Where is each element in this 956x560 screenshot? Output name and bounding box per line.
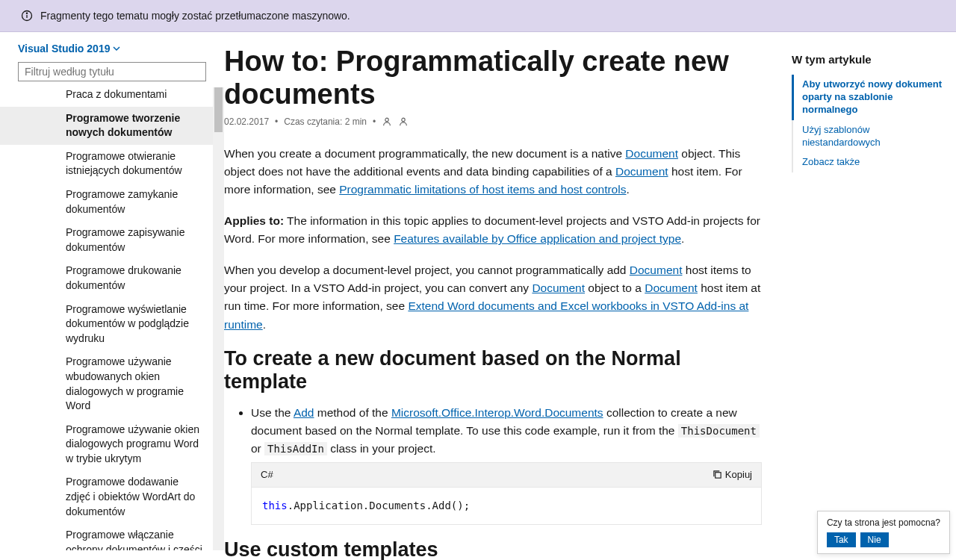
toc-item[interactable]: Aby utworzyć nowy dokument oparty na sza… [792,75,944,120]
scrollbar-thumb[interactable] [214,87,223,132]
sidebar-item[interactable]: Programowe drukowanie dokumentów [0,259,213,297]
code-inline: ThisAddIn [264,442,327,455]
code-content: this.Application.Documents.Add(); [252,488,761,525]
machine-translation-banner: Fragmenty tego tematu mogły zostać przet… [0,0,956,32]
feedback-no-button[interactable]: Nie [860,532,889,547]
sidebar-item[interactable]: Programowe tworzenie nowych dokumentów [0,107,213,145]
svg-point-3 [385,119,388,122]
link-document[interactable]: Document [615,165,668,178]
sidebar-item[interactable]: Programowe włączanie ochrony dokumentów … [0,523,213,550]
article-main: How to: Programmatically create new docu… [224,32,762,560]
in-this-article: W tym artykule Aby utworzyć nowy dokumen… [792,32,956,560]
filter-input[interactable] [18,62,206,81]
section-heading: Use custom templates [224,538,762,560]
toc-item[interactable]: Zobacz także [793,152,944,172]
read-time: Czas czytania: 2 min [284,116,367,127]
toc-title: W tym artykule [792,53,944,66]
paragraph: When you create a document programmatica… [224,145,762,199]
link-features[interactable]: Features available by Office application… [394,232,681,245]
link-document[interactable]: Document [532,281,585,294]
nav-tree: Praca z dokumentamiProgramowe tworzenie … [0,87,224,550]
sidebar-item[interactable]: Programowe używanie okien dialogowych pr… [0,418,213,471]
banner-text: Fragmenty tego tematu mogły zostać przet… [40,10,350,22]
svg-rect-5 [716,473,721,478]
code-block: C# Kopiuj this.Application.Documents.Add… [251,462,762,526]
toc-link[interactable]: Aby utworzyć nowy dokument oparty na sza… [802,78,942,115]
link-add[interactable]: Add [294,406,314,419]
sidebar-item[interactable]: Programowe zamykanie dokumentów [0,183,213,221]
sidebar-item[interactable]: Programowe otwieranie istniejących dokum… [0,145,213,183]
code-lang: C# [261,467,273,482]
sidebar-item[interactable]: Programowe wyświetlanie dokumentów w pod… [0,298,213,351]
feedback-question: Czy ta strona jest pomocna? [827,517,940,528]
link-document[interactable]: Document [645,281,698,294]
svg-point-2 [26,13,27,13]
list-item: Use the Add method of the Microsoft.Offi… [251,404,762,526]
sidebar: Visual Studio 2019 Praca z dokumentamiPr… [0,32,224,560]
chevron-down-icon [113,45,120,52]
info-icon [21,10,33,22]
article-date: 02.02.2017 [224,116,269,127]
code-inline: ThisDocument [678,424,760,438]
svg-point-4 [402,119,405,122]
sidebar-item[interactable]: Programowe zapisywanie dokumentów [0,221,213,259]
toc-link[interactable]: Zobacz także [802,156,860,167]
scrollbar-track[interactable] [213,87,224,550]
toc-item[interactable]: Użyj szablonów niestandardowych [793,120,944,153]
link-document[interactable]: Document [625,147,678,160]
sidebar-item[interactable]: Programowe dodawanie zdjęć i obiektów Wo… [0,470,213,523]
contributor-icon [382,116,392,127]
version-selector[interactable]: Visual Studio 2019 [18,43,120,55]
copy-button[interactable]: Kopiuj [713,467,752,482]
page-title: How to: Programmatically create new docu… [224,46,762,111]
sidebar-item[interactable]: Programowe używanie wbudowanych okien di… [0,350,213,417]
copy-icon [713,470,722,479]
feedback-panel: Czy ta strona jest pomocna? Tak Nie [817,511,950,554]
section-heading: To create a new document based on the No… [224,347,762,393]
paragraph: When you develop a document-level projec… [224,261,762,333]
feedback-yes-button[interactable]: Tak [827,532,856,547]
article-meta: 02.02.2017 • Czas czytania: 2 min • [224,116,762,127]
contributor-icon [398,116,409,127]
link-programmatic-limitations[interactable]: Programmatic limitations of host items a… [339,183,626,196]
sidebar-item[interactable]: Praca z dokumentami [0,87,213,107]
paragraph: Applies to: The information in this topi… [224,212,762,248]
toc-link[interactable]: Użyj szablonów niestandardowych [802,124,881,148]
link-document[interactable]: Document [630,264,683,276]
link-interop-documents[interactable]: Microsoft.Office.Interop.Word.Documents [391,406,603,419]
